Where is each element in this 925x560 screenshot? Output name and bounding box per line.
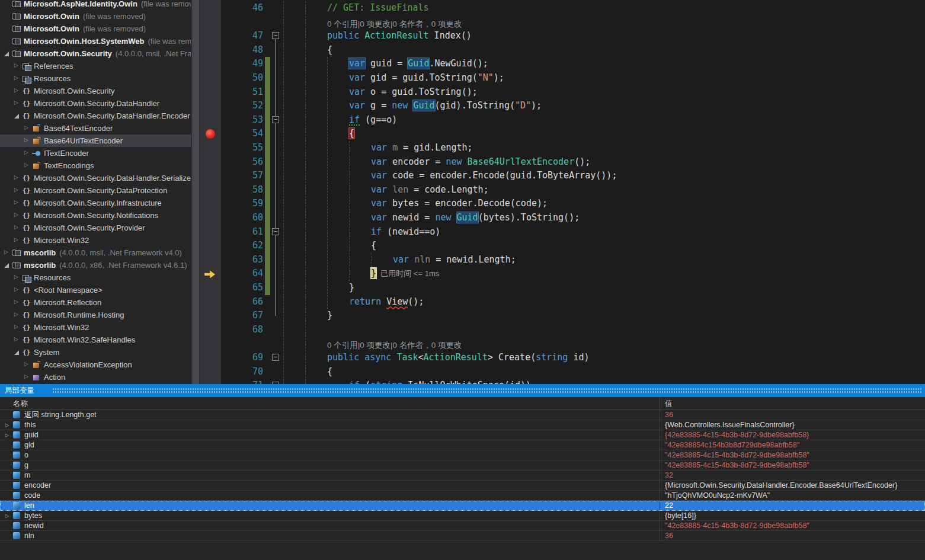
expand-icon[interactable]: [23, 124, 31, 133]
tree-item[interactable]: Microsoft.Owin.Security: [0, 85, 191, 97]
code-line[interactable]: var g = new Guid(gid).ToString("D");: [349, 99, 542, 113]
expand-icon[interactable]: [13, 286, 21, 295]
expand-icon[interactable]: [13, 62, 21, 71]
expand-icon[interactable]: [13, 324, 21, 332]
code-line[interactable]: var m = gid.Length;: [371, 141, 473, 155]
locals-row[interactable]: ▷bytes{byte[16]}: [0, 511, 925, 521]
expand-icon[interactable]: [13, 100, 21, 108]
tree-item[interactable]: Microsoft.Owin.Host.SystemWeb(file was r…: [0, 35, 191, 47]
expand-icon[interactable]: [23, 361, 31, 369]
tree-item[interactable]: ITextEncoder: [0, 147, 191, 159]
expand-icon[interactable]: [23, 373, 31, 382]
tree-item[interactable]: System: [0, 346, 191, 359]
collapse-icon[interactable]: [13, 112, 21, 120]
tree-item[interactable]: Microsoft.Owin.Security.DataHandler.Seri…: [0, 172, 191, 184]
fold-toggle[interactable]: −: [272, 116, 279, 123]
expand-icon[interactable]: [13, 212, 21, 220]
expand-icon[interactable]: [13, 199, 21, 207]
fold-toggle[interactable]: −: [272, 32, 279, 39]
variable-name-cell[interactable]: ▷guid: [0, 430, 660, 440]
code-line[interactable]: var o = guid.ToString();: [349, 85, 478, 100]
locals-row[interactable]: encoder{Microsoft.Owin.Security.DataHand…: [0, 481, 925, 491]
variable-name-cell[interactable]: len: [0, 501, 660, 510]
locals-row[interactable]: g"42e83885-4c15-4b3b-8d72-9dbe98abfb58": [0, 460, 925, 471]
tree-item[interactable]: TextEncodings: [0, 159, 191, 172]
variable-name-cell[interactable]: ▷bytes: [0, 511, 660, 520]
variable-name-cell[interactable]: m: [0, 471, 660, 480]
code-line[interactable]: }: [349, 281, 354, 295]
variable-value[interactable]: 36: [660, 410, 925, 420]
tree-item[interactable]: Microsoft.Owin.Security.DataProtection: [0, 184, 191, 197]
tree-item[interactable]: Microsoft.Owin.Security.DataHandler: [0, 97, 191, 110]
expand-icon[interactable]: ▷: [5, 423, 13, 428]
locals-row[interactable]: m32: [0, 471, 925, 481]
code-line[interactable]: var newid = new Guid(bytes).ToString();: [371, 211, 580, 225]
column-separator[interactable]: [660, 397, 660, 541]
code-line[interactable]: {: [349, 127, 354, 141]
tree-item[interactable]: Resources: [0, 72, 191, 85]
code-line[interactable]: if (string.IsNullOrWhiteSpace(id)): [349, 379, 531, 384]
code-line[interactable]: return View();: [349, 295, 424, 309]
locals-row[interactable]: nln36: [0, 531, 925, 541]
code-line[interactable]: } 已用时间 <= 1ms: [371, 267, 439, 281]
expand-icon[interactable]: [23, 162, 31, 170]
expand-icon[interactable]: ▷: [5, 513, 13, 519]
breakpoint-margin[interactable]: [200, 0, 221, 384]
variable-name-cell[interactable]: nln: [0, 531, 660, 540]
code-line[interactable]: {: [327, 365, 332, 379]
variable-value[interactable]: "hTjoQhVMO0uNcp2-mKv7WA": [660, 491, 925, 500]
variable-value[interactable]: 32: [660, 471, 925, 480]
locals-row[interactable]: ▷this{Web.Controllers.IssueFinalsControl…: [0, 420, 925, 430]
tree-item[interactable]: Microsoft.Owin.Security.Notifications: [0, 209, 191, 222]
expand-icon[interactable]: [13, 75, 21, 83]
variable-name-cell[interactable]: g: [0, 460, 660, 470]
expand-icon[interactable]: [13, 236, 21, 245]
code-line[interactable]: public async Task<ActionResult> Create(s…: [327, 351, 590, 365]
codelens-indicator[interactable]: 0 个引用|0 项更改|0 名作者，0 项更改: [327, 337, 462, 351]
expand-icon[interactable]: [13, 87, 21, 95]
codelens-indicator[interactable]: 0 个引用|0 项更改|0 名作者，0 项更改: [327, 15, 462, 30]
tree-item[interactable]: AccessViolationException: [0, 359, 191, 371]
variable-value[interactable]: {42e83885-4c15-4b3b-8d72-9dbe98abfb58}: [660, 430, 925, 440]
tree-item[interactable]: Microsoft.Owin.Security.DataHandler.Enco…: [0, 110, 191, 122]
tree-item[interactable]: Microsoft.AspNet.Identity.Owin(file was …: [0, 0, 191, 10]
variable-value[interactable]: "42e83885-4c15-4b3b-8d72-9dbe98abfb58": [660, 460, 925, 470]
variable-name-cell[interactable]: o: [0, 450, 660, 460]
code-line[interactable]: var gid = guid.ToString("N");: [349, 71, 504, 85]
tree-item[interactable]: Microsoft.Win32: [0, 321, 191, 334]
expand-icon[interactable]: ▷: [5, 433, 13, 438]
code-line[interactable]: var nln = newid.Length;: [393, 253, 516, 267]
tree-item[interactable]: Base64TextEncoder: [0, 122, 191, 135]
tree-item[interactable]: Microsoft.Owin.Security(4.0.0.0, msil, .…: [0, 47, 191, 60]
code-line[interactable]: var code = encoder.Encode(guid.ToByteArr…: [371, 169, 617, 183]
fold-toggle[interactable]: −: [272, 354, 279, 361]
tree-item[interactable]: Resources: [0, 271, 191, 284]
expand-icon[interactable]: [13, 174, 21, 183]
tree-scrollbar[interactable]: [191, 0, 200, 384]
variable-name-cell[interactable]: newid: [0, 521, 660, 530]
locals-row[interactable]: code"hTjoQhVMO0uNcp2-mKv7WA": [0, 491, 925, 501]
code-line[interactable]: if (g==o): [349, 113, 397, 127]
variable-name-cell[interactable]: encoder: [0, 481, 660, 490]
fold-toggle[interactable]: −: [272, 382, 279, 384]
tree-item[interactable]: References: [0, 60, 191, 72]
variable-name-cell[interactable]: ▷this: [0, 420, 660, 430]
code-editor[interactable]: 46// GET: IssueFinals0 个引用|0 项更改|0 名作者，0…: [200, 0, 925, 384]
locals-panel-title[interactable]: 局部变量: [0, 384, 925, 397]
locals-row[interactable]: newid"42e83885-4c15-4b3b-8d72-9dbe98abfb…: [0, 521, 925, 531]
locals-row[interactable]: ▷guid{42e83885-4c15-4b3b-8d72-9dbe98abfb…: [0, 430, 925, 440]
fold-toggle[interactable]: −: [272, 228, 279, 235]
locals-row[interactable]: gid"42e838854c154b3b8d729dbe98abfb58": [0, 440, 925, 450]
variable-value[interactable]: 36: [660, 531, 925, 540]
tree-item[interactable]: Microsoft.Reflection: [0, 296, 191, 309]
variable-value[interactable]: 22: [660, 501, 925, 510]
expand-icon[interactable]: [13, 187, 21, 195]
tree-item[interactable]: Microsoft.Owin(file was removed): [0, 10, 191, 23]
code-line[interactable]: var len = code.Length;: [371, 183, 489, 197]
tree-item[interactable]: mscorlib(4.0.0.0, msil, .Net Framework v…: [0, 247, 191, 259]
code-line[interactable]: }: [327, 309, 332, 323]
variable-name-cell[interactable]: code: [0, 491, 660, 500]
tree-scrollbar-thumb[interactable]: [192, 0, 199, 384]
collapse-icon[interactable]: [3, 50, 11, 58]
locals-row[interactable]: 返回 string.Length.get36: [0, 410, 925, 420]
